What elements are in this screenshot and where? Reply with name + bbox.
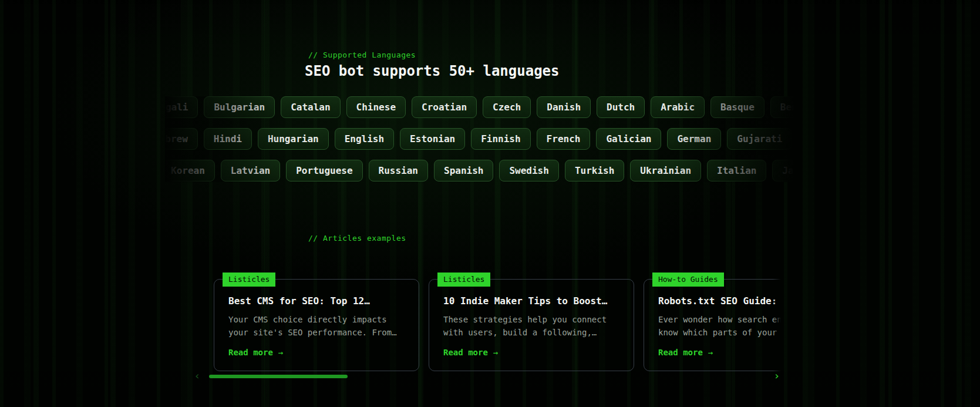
language-pill: Spanish	[434, 160, 493, 181]
language-pill: Danish	[537, 96, 591, 118]
article-excerpt: Your CMS choice directly impacts your si…	[228, 313, 400, 339]
language-pill: Bengali	[165, 96, 198, 118]
carousel-next-button[interactable]: ›	[773, 370, 781, 382]
chevron-right-icon: ›	[774, 369, 780, 382]
language-pill: Bengali	[770, 96, 799, 118]
carousel-prev-button[interactable]: ‹	[193, 370, 201, 382]
language-pill: Ukrainian	[630, 160, 701, 181]
language-row-1: BengaliBulgarianCatalanChineseCroatianCz…	[165, 96, 799, 118]
article-card: How-to Guides Robots.txt SEO Guide: Ever…	[644, 279, 781, 371]
read-more-link[interactable]: Read more→	[228, 348, 283, 357]
language-pill: Basque	[710, 96, 765, 118]
language-row-2: HebrewHindiHungarianEnglishEstonianFinni…	[165, 128, 792, 150]
arrow-right-icon: →	[278, 348, 283, 357]
article-title: 10 Indie Maker Tips to Boost…	[443, 295, 619, 307]
language-pill: Gujarati	[727, 128, 792, 150]
language-pill: Catalan	[281, 96, 340, 118]
language-pill: Czech	[483, 96, 531, 118]
article-card: Listicles Best CMS for SEO: Top 12… Your…	[214, 279, 419, 371]
carousel-scrollbar-thumb[interactable]	[209, 375, 348, 378]
article-excerpt: These strategies help you connect with u…	[443, 313, 615, 339]
section-label-articles-examples: // Articles examples	[308, 234, 406, 243]
language-pill: Croatian	[412, 96, 477, 118]
language-pill: Hindi	[204, 128, 252, 150]
read-more-label: Read more	[228, 348, 273, 357]
section-label-supported-languages: // Supported Languages	[308, 51, 416, 59]
arrow-right-icon: →	[708, 348, 713, 357]
read-more-link[interactable]: Read more→	[658, 348, 713, 357]
arrow-right-icon: →	[493, 348, 498, 357]
language-pill: Bulgarian	[204, 96, 275, 118]
language-pill: Korean	[165, 160, 215, 181]
language-pill: Galician	[596, 128, 661, 150]
language-pill: Turkish	[565, 160, 624, 181]
language-pill: Arabic	[651, 96, 705, 118]
article-excerpt: Ever wonder how search engines know whic…	[658, 313, 781, 339]
language-pill: Dutch	[597, 96, 645, 118]
language-pill: Hungarian	[258, 128, 329, 150]
read-more-link[interactable]: Read more→	[443, 348, 498, 357]
article-title: Best CMS for SEO: Top 12…	[228, 295, 405, 307]
languages-marquee: BengaliBulgarianCatalanChineseCroatianCz…	[165, 96, 799, 182]
article-card: Listicles 10 Indie Maker Tips to Boost… …	[429, 279, 634, 371]
read-more-label: Read more	[443, 348, 488, 357]
language-pill: Russian	[369, 160, 428, 181]
article-title: Robots.txt SEO Guide:	[658, 295, 781, 307]
category-badge: How-to Guides	[652, 273, 724, 287]
languages-title: SEO bot supports 50+ languages	[305, 63, 559, 79]
language-pill: German	[667, 128, 721, 150]
language-row-3: KoreanLatvianPortugueseRussianSpanishSwe…	[165, 160, 799, 181]
articles-carousel: Listicles Best CMS for SEO: Top 12… Your…	[203, 269, 781, 376]
language-pill: Finnish	[471, 128, 530, 150]
language-pill: French	[537, 128, 591, 150]
language-pill: Portuguese	[286, 160, 362, 181]
cards-row: Listicles Best CMS for SEO: Top 12… Your…	[203, 269, 781, 371]
language-pill: Chinese	[346, 96, 406, 118]
read-more-label: Read more	[658, 348, 703, 357]
language-pill: Swedish	[499, 160, 558, 181]
language-pill: Estonian	[400, 128, 465, 150]
language-pill: Japanese	[772, 160, 799, 181]
category-badge: Listicles	[223, 273, 275, 287]
category-badge: Listicles	[437, 273, 490, 287]
language-pill: Hebrew	[165, 128, 198, 150]
language-pill: English	[335, 128, 394, 150]
language-pill: Italian	[707, 160, 766, 181]
chevron-left-icon: ‹	[194, 369, 201, 382]
language-pill: Latvian	[221, 160, 280, 181]
